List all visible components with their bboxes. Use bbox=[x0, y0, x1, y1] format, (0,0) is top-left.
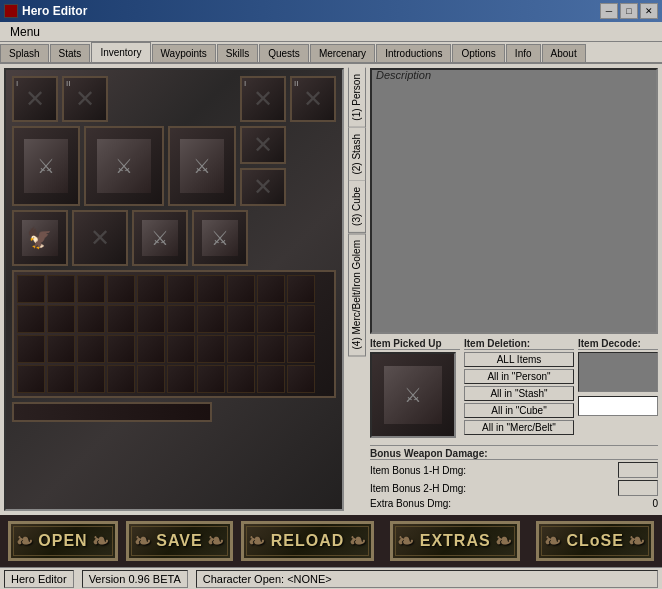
grid-cell[interactable] bbox=[257, 305, 285, 333]
grid-cell[interactable] bbox=[287, 275, 315, 303]
rhead2-slot-empty bbox=[296, 82, 330, 116]
rhead2-slot[interactable]: II bbox=[290, 76, 336, 122]
vtab-stash[interactable]: (2) Stash bbox=[348, 128, 366, 182]
grid-cell[interactable] bbox=[17, 335, 45, 363]
picked-up-slot[interactable] bbox=[370, 352, 456, 438]
ring1-slot[interactable] bbox=[240, 126, 286, 164]
grid-cell[interactable] bbox=[47, 335, 75, 363]
tab-mercenary[interactable]: Mercenary bbox=[310, 44, 375, 62]
save-ornament-left: ❧ bbox=[129, 524, 156, 558]
grid-cell[interactable] bbox=[287, 335, 315, 363]
inventory-grid-container bbox=[12, 270, 336, 422]
delete-cube-button[interactable]: All in "Cube" bbox=[464, 403, 574, 418]
tab-about[interactable]: About bbox=[542, 44, 586, 62]
grid-cell[interactable] bbox=[227, 335, 255, 363]
extras-button[interactable]: ❧ EXTRAS ❧ bbox=[390, 521, 520, 561]
picked-item bbox=[384, 366, 441, 423]
menu-item-menu[interactable]: Menu bbox=[4, 23, 46, 41]
minimize-button[interactable]: ─ bbox=[600, 3, 618, 19]
bonus-1h-input[interactable] bbox=[618, 462, 658, 478]
grid-cell[interactable] bbox=[197, 335, 225, 363]
tab-inventory[interactable]: Inventory bbox=[91, 42, 150, 62]
tab-splash[interactable]: Splash bbox=[0, 44, 49, 62]
grid-cell[interactable] bbox=[77, 305, 105, 333]
ring2-slot[interactable] bbox=[240, 168, 286, 206]
grid-cell[interactable] bbox=[47, 275, 75, 303]
vtab-merc[interactable]: (4) Merc/Belt/Iron Golem bbox=[348, 233, 366, 356]
grid-cell[interactable] bbox=[137, 275, 165, 303]
grid-cell[interactable] bbox=[17, 305, 45, 333]
boots-slot[interactable] bbox=[132, 210, 188, 266]
right-weapon-item bbox=[180, 139, 225, 192]
equipment-row-3 bbox=[12, 210, 336, 266]
grid-cell[interactable] bbox=[257, 365, 285, 393]
item-decode-label: Item Decode: bbox=[578, 338, 658, 350]
grid-cell[interactable] bbox=[167, 335, 195, 363]
close-ornament-right: ❧ bbox=[624, 524, 651, 558]
grid-cell[interactable] bbox=[167, 305, 195, 333]
grid-cell[interactable] bbox=[287, 365, 315, 393]
open-button[interactable]: ❧ OPEN ❧ bbox=[8, 521, 118, 561]
grid-cell[interactable] bbox=[227, 365, 255, 393]
armor-slot[interactable] bbox=[84, 126, 164, 206]
grid-cell[interactable] bbox=[167, 275, 195, 303]
delete-all-button[interactable]: ALL Items bbox=[464, 352, 574, 367]
title-bar-buttons: ─ □ ✕ bbox=[600, 3, 658, 19]
grid-cell[interactable] bbox=[257, 275, 285, 303]
grid-cell[interactable] bbox=[197, 275, 225, 303]
grid-cell[interactable] bbox=[77, 275, 105, 303]
grid-cell[interactable] bbox=[197, 365, 225, 393]
left-weapon-slot[interactable] bbox=[12, 126, 80, 206]
belt-slot[interactable] bbox=[72, 210, 128, 266]
grid-cell[interactable] bbox=[137, 305, 165, 333]
bonus-2h-input[interactable] bbox=[618, 480, 658, 496]
grid-cell[interactable] bbox=[77, 365, 105, 393]
grid-cell[interactable] bbox=[107, 335, 135, 363]
grid-cell[interactable] bbox=[167, 365, 195, 393]
grid-cell[interactable] bbox=[197, 305, 225, 333]
grid-cell[interactable] bbox=[47, 305, 75, 333]
save-button[interactable]: ❧ SAVE ❧ bbox=[126, 521, 233, 561]
grid-cell[interactable] bbox=[17, 275, 45, 303]
item-picked-up-panel: Item Picked Up bbox=[370, 338, 460, 438]
tab-stats[interactable]: Stats bbox=[50, 44, 91, 62]
tab-waypoints[interactable]: Waypoints bbox=[152, 44, 216, 62]
delete-person-button[interactable]: All in "Person" bbox=[464, 369, 574, 384]
app-icon bbox=[4, 4, 18, 18]
close-button[interactable]: ❧ CLoSE ❧ bbox=[536, 521, 654, 561]
head-slot[interactable]: I bbox=[12, 76, 58, 122]
grid-cell[interactable] bbox=[107, 305, 135, 333]
grid-cell[interactable] bbox=[257, 335, 285, 363]
tab-options[interactable]: Options bbox=[452, 44, 504, 62]
tab-introductions[interactable]: Introductions bbox=[376, 44, 451, 62]
grid-cell[interactable] bbox=[137, 335, 165, 363]
right-weapon-slot[interactable] bbox=[168, 126, 236, 206]
maximize-button[interactable]: □ bbox=[620, 3, 638, 19]
rhead-slot[interactable]: I bbox=[240, 76, 286, 122]
boots2-slot[interactable] bbox=[192, 210, 248, 266]
grid-cell[interactable] bbox=[227, 275, 255, 303]
grid-cell[interactable] bbox=[17, 365, 45, 393]
reload-button[interactable]: ❧ RELOAD ❧ bbox=[241, 521, 374, 561]
vtab-person[interactable]: (1) Person bbox=[348, 68, 366, 128]
tab-quests[interactable]: Quests bbox=[259, 44, 309, 62]
left-weapon-item bbox=[24, 139, 69, 192]
grid-cell[interactable] bbox=[47, 365, 75, 393]
amulet-slot[interactable]: II bbox=[62, 76, 108, 122]
grid-cell[interactable] bbox=[227, 305, 255, 333]
amulet-slot-empty bbox=[68, 82, 102, 116]
reload-ornament-left: ❧ bbox=[244, 524, 271, 558]
grid-cell[interactable] bbox=[77, 335, 105, 363]
grid-cell[interactable] bbox=[137, 365, 165, 393]
grid-cell[interactable] bbox=[287, 305, 315, 333]
window-close-button[interactable]: ✕ bbox=[640, 3, 658, 19]
delete-merc-button[interactable]: All in "Merc/Belt" bbox=[464, 420, 574, 435]
delete-stash-button[interactable]: All in "Stash" bbox=[464, 386, 574, 401]
gloves-slot[interactable] bbox=[12, 210, 68, 266]
vtab-cube[interactable]: (3) Cube bbox=[348, 181, 366, 233]
tab-info[interactable]: Info bbox=[506, 44, 541, 62]
tab-skills[interactable]: Skills bbox=[217, 44, 258, 62]
boots2-item bbox=[202, 220, 238, 256]
grid-cell[interactable] bbox=[107, 365, 135, 393]
grid-cell[interactable] bbox=[107, 275, 135, 303]
